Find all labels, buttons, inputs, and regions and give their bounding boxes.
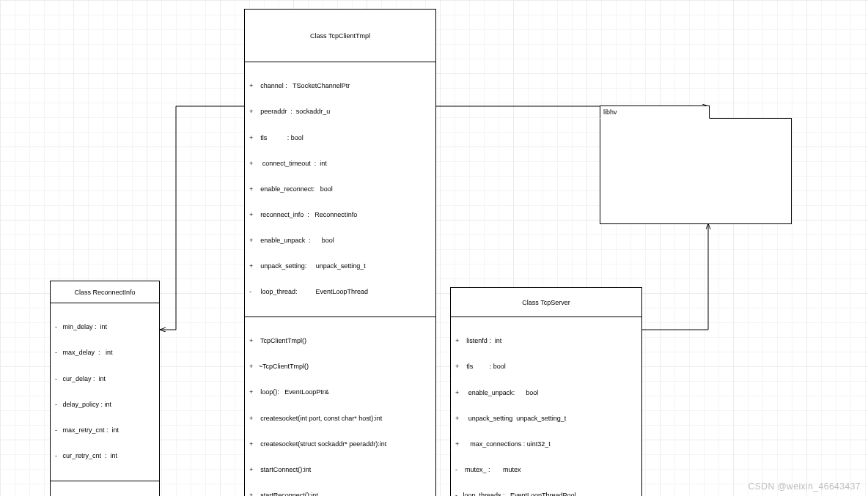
watermark: CSDN @weixin_46643437 [749,481,861,492]
attr: + enable_unpack : bool [249,237,431,245]
attr: + enable_reconnect: bool [249,185,431,194]
attr: + peeraddr : sockaddr_u [249,108,431,116]
attr: - loop_thread: EventLoopThread [249,288,431,297]
attr: + tls : bool [249,134,431,143]
attr: + channel : TSocketChannelPtr [249,82,431,91]
class-name: Class TcpServer [451,288,641,317]
class-reconnectinfo: Class ReconnectInfo - min_delay : int - … [50,281,160,496]
op: + startConnect():int [249,466,431,475]
attr: + listenfd : int [455,337,637,346]
attr: - cur_retry_cnt : int [55,452,155,461]
class-tcpserver: Class TcpServer + listenfd : int + tls :… [450,287,642,496]
op: + startReconnect():int [249,492,431,496]
class-attributes: + channel : TSocketChannelPtr + peeraddr… [245,62,435,317]
attr: + tls : bool [455,363,637,371]
class-name: Class ReconnectInfo [51,281,159,303]
attr: + reconnect_info : ReconnectInfo [249,211,431,220]
class-name: Class TcpClientTmpl [245,10,435,62]
attr: - cur_delay : int [55,375,155,384]
class-tcpclienttmpl: Class TcpClientTmpl + channel : TSocketC… [244,9,436,496]
op: + ~TcpClientTmpl() [249,363,431,371]
attr: - loop_threads : EventLoopThreadPool [455,492,637,496]
attr: - max_delay : int [55,349,155,358]
package-libhv: libhv [600,106,791,223]
attr: - min_delay : int [55,323,155,332]
attr: + unpack_setting unpack_setting_t [455,415,637,423]
attr: + max_connections : uint32_t [455,440,637,449]
attr: + enable_unpack: bool [455,389,637,398]
attr: + unpack_setting: unpack_setting_t [249,262,431,271]
class-attributes: - min_delay : int - max_delay : int - cu… [51,303,159,481]
attr: - max_retry_cnt : int [55,426,155,435]
package-name: libhv [600,106,710,119]
op: + TcpClientTmpl() [249,337,431,346]
attr: + connect_timeout : int [249,160,431,169]
op: + createsocket(int port, const char* hos… [249,415,431,423]
attr: - mutex_ : mutex [455,466,637,475]
package-body [600,118,792,224]
op: + loop(): EventLoopPtr& [249,388,431,397]
class-operations: ReconnectInfo() [51,481,159,496]
class-operations: + TcpClientTmpl() + ~TcpClientTmpl() + l… [245,317,435,496]
op: + createsocket(struct sockaddr* peeraddr… [249,440,431,449]
class-attributes: + listenfd : int + tls : bool + enable_u… [451,317,641,496]
attr: - delay_policy : int [55,401,155,410]
